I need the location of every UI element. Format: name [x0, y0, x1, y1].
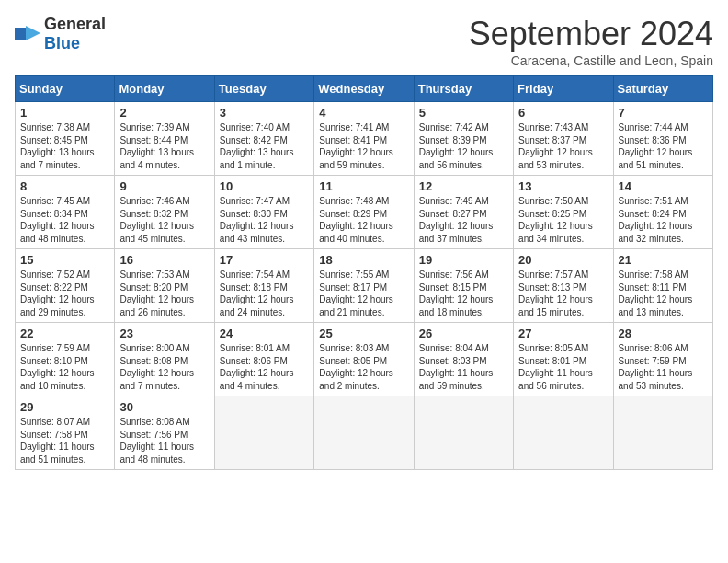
calendar-cell	[414, 396, 513, 470]
calendar-cell: 18Sunrise: 7:55 AMSunset: 8:17 PMDayligh…	[314, 249, 414, 323]
day-number: 3	[220, 106, 309, 120]
calendar-week-1: 1Sunrise: 7:38 AMSunset: 8:45 PMDaylight…	[16, 102, 713, 176]
day-number: 28	[619, 327, 708, 340]
calendar-cell: 1Sunrise: 7:38 AMSunset: 8:45 PMDaylight…	[16, 102, 115, 176]
days-header-row: SundayMondayTuesdayWednesdayThursdayFrid…	[16, 76, 713, 102]
calendar-cell: 15Sunrise: 7:52 AMSunset: 8:22 PMDayligh…	[16, 249, 115, 323]
day-number: 9	[119, 179, 209, 193]
day-number: 18	[319, 253, 408, 267]
calendar-cell: 20Sunrise: 7:57 AMSunset: 8:13 PMDayligh…	[514, 249, 613, 323]
day-number: 5	[419, 106, 508, 120]
calendar-cell: 14Sunrise: 7:51 AMSunset: 8:24 PMDayligh…	[613, 176, 712, 249]
calendar-week-2: 8Sunrise: 7:45 AMSunset: 8:34 PMDaylight…	[16, 176, 713, 249]
cell-info: Sunrise: 7:42 AMSunset: 8:39 PMDaylight:…	[419, 121, 508, 171]
calendar-cell	[514, 396, 613, 470]
cell-info: Sunrise: 7:56 AMSunset: 8:15 PMDaylight:…	[419, 269, 508, 318]
cell-info: Sunrise: 7:47 AMSunset: 8:30 PMDaylight:…	[220, 195, 309, 245]
calendar-cell: 29Sunrise: 8:07 AMSunset: 7:58 PMDayligh…	[16, 396, 115, 470]
calendar-cell: 9Sunrise: 7:46 AMSunset: 8:32 PMDaylight…	[115, 176, 214, 249]
header: General Blue September 2024 Caracena, Ca…	[15, 15, 713, 68]
location-text: Caracena, Castille and Leon, Spain	[469, 53, 713, 68]
calendar-cell	[613, 396, 712, 470]
calendar-week-3: 15Sunrise: 7:52 AMSunset: 8:22 PMDayligh…	[16, 249, 713, 323]
cell-info: Sunrise: 7:46 AMSunset: 8:32 PMDaylight:…	[119, 195, 209, 245]
calendar-cell: 11Sunrise: 7:48 AMSunset: 8:29 PMDayligh…	[314, 176, 414, 249]
calendar-cell: 27Sunrise: 8:05 AMSunset: 8:01 PMDayligh…	[514, 323, 613, 396]
svg-marker-1	[26, 26, 40, 40]
day-number: 8	[20, 179, 109, 193]
day-number: 21	[619, 253, 708, 267]
logo-blue-text: Blue	[44, 34, 80, 52]
cell-info: Sunrise: 7:40 AMSunset: 8:42 PMDaylight:…	[220, 121, 309, 171]
cell-info: Sunrise: 8:07 AMSunset: 7:58 PMDaylight:…	[20, 416, 109, 465]
cell-info: Sunrise: 8:01 AMSunset: 8:06 PMDaylight:…	[220, 342, 309, 392]
cell-info: Sunrise: 7:51 AMSunset: 8:24 PMDaylight:…	[619, 195, 708, 245]
calendar-cell: 25Sunrise: 8:03 AMSunset: 8:05 PMDayligh…	[314, 323, 414, 396]
cell-info: Sunrise: 7:43 AMSunset: 8:37 PMDaylight:…	[518, 121, 608, 171]
calendar-cell: 30Sunrise: 8:08 AMSunset: 7:56 PMDayligh…	[115, 396, 214, 470]
day-number: 4	[319, 106, 408, 120]
day-number: 30	[119, 400, 209, 414]
calendar-cell: 8Sunrise: 7:45 AMSunset: 8:34 PMDaylight…	[16, 176, 115, 249]
calendar-cell: 13Sunrise: 7:50 AMSunset: 8:25 PMDayligh…	[514, 176, 613, 249]
calendar-cell: 24Sunrise: 8:01 AMSunset: 8:06 PMDayligh…	[214, 323, 313, 396]
day-number: 29	[20, 400, 109, 414]
day-number: 11	[319, 179, 408, 193]
day-number: 15	[20, 253, 109, 267]
cell-info: Sunrise: 8:06 AMSunset: 7:59 PMDaylight:…	[619, 342, 708, 392]
day-header-sunday: Sunday	[16, 76, 115, 102]
cell-info: Sunrise: 7:44 AMSunset: 8:36 PMDaylight:…	[619, 121, 708, 171]
day-number: 10	[220, 179, 309, 193]
cell-info: Sunrise: 7:58 AMSunset: 8:11 PMDaylight:…	[619, 269, 708, 318]
day-number: 13	[518, 179, 608, 193]
day-number: 22	[20, 327, 109, 340]
calendar-cell: 10Sunrise: 7:47 AMSunset: 8:30 PMDayligh…	[214, 176, 313, 249]
cell-info: Sunrise: 7:59 AMSunset: 8:10 PMDaylight:…	[20, 342, 109, 392]
cell-info: Sunrise: 7:52 AMSunset: 8:22 PMDaylight:…	[20, 269, 109, 318]
day-number: 23	[119, 327, 209, 340]
cell-info: Sunrise: 7:45 AMSunset: 8:34 PMDaylight:…	[20, 195, 109, 245]
cell-info: Sunrise: 7:39 AMSunset: 8:44 PMDaylight:…	[119, 121, 209, 171]
cell-info: Sunrise: 8:00 AMSunset: 8:08 PMDaylight:…	[119, 342, 209, 392]
day-number: 19	[419, 253, 508, 267]
day-number: 1	[20, 106, 109, 120]
day-number: 25	[319, 327, 408, 340]
cell-info: Sunrise: 7:38 AMSunset: 8:45 PMDaylight:…	[20, 121, 109, 171]
cell-info: Sunrise: 8:05 AMSunset: 8:01 PMDaylight:…	[518, 342, 608, 392]
day-header-wednesday: Wednesday	[314, 76, 414, 102]
day-number: 20	[518, 253, 608, 267]
cell-info: Sunrise: 8:08 AMSunset: 7:56 PMDaylight:…	[119, 416, 209, 465]
cell-info: Sunrise: 7:48 AMSunset: 8:29 PMDaylight:…	[319, 195, 408, 245]
calendar-cell: 5Sunrise: 7:42 AMSunset: 8:39 PMDaylight…	[414, 102, 513, 176]
cell-info: Sunrise: 7:55 AMSunset: 8:17 PMDaylight:…	[319, 269, 408, 318]
title-area: September 2024 Caracena, Castille and Le…	[469, 15, 713, 68]
cell-info: Sunrise: 7:50 AMSunset: 8:25 PMDaylight:…	[518, 195, 608, 245]
calendar-cell: 26Sunrise: 8:04 AMSunset: 8:03 PMDayligh…	[414, 323, 513, 396]
calendar-cell: 12Sunrise: 7:49 AMSunset: 8:27 PMDayligh…	[414, 176, 513, 249]
month-title: September 2024	[469, 15, 713, 53]
day-number: 12	[419, 179, 508, 193]
calendar-cell: 17Sunrise: 7:54 AMSunset: 8:18 PMDayligh…	[214, 249, 313, 323]
calendar-cell: 3Sunrise: 7:40 AMSunset: 8:42 PMDaylight…	[214, 102, 313, 176]
day-number: 7	[619, 106, 708, 120]
logo-icon	[15, 24, 40, 44]
logo: General Blue	[15, 15, 106, 53]
calendar-cell: 21Sunrise: 7:58 AMSunset: 8:11 PMDayligh…	[613, 249, 712, 323]
day-number: 2	[119, 106, 209, 120]
calendar-cell: 6Sunrise: 7:43 AMSunset: 8:37 PMDaylight…	[514, 102, 613, 176]
day-number: 16	[119, 253, 209, 267]
cell-info: Sunrise: 7:54 AMSunset: 8:18 PMDaylight:…	[220, 269, 309, 318]
cell-info: Sunrise: 8:04 AMSunset: 8:03 PMDaylight:…	[419, 342, 508, 392]
day-header-friday: Friday	[514, 76, 613, 102]
cell-info: Sunrise: 7:57 AMSunset: 8:13 PMDaylight:…	[518, 269, 608, 318]
calendar-cell: 7Sunrise: 7:44 AMSunset: 8:36 PMDaylight…	[613, 102, 712, 176]
day-number: 26	[419, 327, 508, 340]
cell-info: Sunrise: 8:03 AMSunset: 8:05 PMDaylight:…	[319, 342, 408, 392]
calendar-week-4: 22Sunrise: 7:59 AMSunset: 8:10 PMDayligh…	[16, 323, 713, 396]
day-number: 6	[518, 106, 608, 120]
cell-info: Sunrise: 7:49 AMSunset: 8:27 PMDaylight:…	[419, 195, 508, 245]
calendar-cell: 2Sunrise: 7:39 AMSunset: 8:44 PMDaylight…	[115, 102, 214, 176]
calendar-cell: 22Sunrise: 7:59 AMSunset: 8:10 PMDayligh…	[16, 323, 115, 396]
calendar-cell: 4Sunrise: 7:41 AMSunset: 8:41 PMDaylight…	[314, 102, 414, 176]
calendar-week-5: 29Sunrise: 8:07 AMSunset: 7:58 PMDayligh…	[16, 396, 713, 470]
